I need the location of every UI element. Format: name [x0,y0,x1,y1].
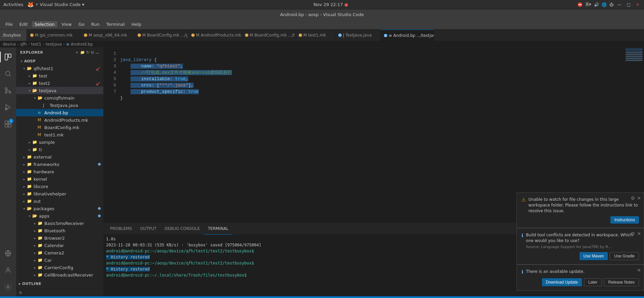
menu-file[interactable]: File [3,21,15,27]
tree-folder-camera2[interactable]: ▸ 📁 Camera2 [16,249,103,256]
more-actions-icon[interactable]: … [96,50,100,55]
tree-folder-external[interactable]: ▸ 📁 external [16,153,103,161]
tree-folder-test2[interactable]: ▸ 📁 test2 ↙ [16,79,103,87]
tree-folder-qfh-test1[interactable]: ▾ 📂 qfh/test1 ↙ [16,65,103,72]
tree-file-androidbp[interactable]: ≡ Android.bp [16,109,103,116]
panel-tab-output[interactable]: OUTPUT [136,223,161,235]
use-gradle-button[interactable]: Use Gradle [610,252,639,260]
menu-view[interactable]: View [59,21,75,27]
tree-folder-libnativehelper[interactable]: ▸ 📁 libnativehelper [16,190,103,197]
tree-folder-packages[interactable]: ▾ 📂 packages [16,205,103,212]
tree-folder-ti[interactable]: ▸ 📁 ti [16,146,103,153]
tree-folder-kernel[interactable]: ▸ 📁 kernel [16,175,103,183]
tree-label: com/qfh/main [44,96,75,101]
activity-debug[interactable] [0,99,16,115]
notification-gear-icon[interactable]: ⚙ [631,231,635,236]
activity-remote[interactable] [0,245,16,261]
folder-icon: 📁 [38,265,43,270]
menu-terminal[interactable]: Terminal [104,21,128,27]
lang-indicator[interactable]: 英▾ [585,2,591,7]
tree-folder-apps[interactable]: ▾ 📂 apps [16,212,103,220]
busybox-path[interactable]: /busybox [0,29,27,41]
new-folder-icon[interactable]: 📁 [80,50,85,55]
tree-file-test1mk[interactable]: M test1.mk [16,131,103,138]
tree-folder-cellbroadcastreceiver[interactable]: ▸ 📁 CellBroadcastReceiver [16,271,103,279]
tree-folder-out[interactable]: ▸ 📁 out [16,197,103,205]
activity-extensions[interactable]: 1 [0,116,16,132]
tree-folder-bluetooth[interactable]: ▸ 📁 Bluetooth [16,227,103,234]
activity-settings[interactable] [0,279,16,295]
tree-folder-libcore[interactable]: ▸ 📁 libcore [16,183,103,190]
tree-folder-browser2[interactable]: ▸ 📁 Browser2 [16,234,103,242]
mk-file-icon: M [38,132,43,137]
panel-tab-problems[interactable]: PROBLEMS [106,223,136,235]
tree-label: CellBroadcastReceiver [44,273,93,278]
download-update-button[interactable]: Download Update [542,278,582,286]
breadcrumb-part[interactable]: test1 [31,42,42,47]
tree-folder-sample[interactable]: ▸ 📁 sample [16,138,103,146]
network-icon[interactable]: 🌐 [602,2,607,7]
menu-run[interactable]: Run [89,21,102,27]
tree-file-testjava[interactable]: J TestJava.java [16,102,103,109]
tab-test1mk[interactable]: M test1.mk × [295,29,335,41]
instructions-button[interactable]: Instructions [610,216,639,224]
activities-label[interactable]: Activities [3,2,23,7]
system-bar-left: Activities 🦊 ⚡ Visual Studio Code ▾ [3,1,84,8]
tab-boardconfig-generic[interactable]: M BoardConfig.mk .../generic_x86_64 × [134,29,188,41]
window-maximize[interactable]: □ [626,2,632,7]
activity-explorer[interactable] [0,49,16,65]
panel-tab-debug[interactable]: DEBUG CONSOLE [160,223,204,235]
tree-section-outline[interactable]: ▸ OUTLINE [16,280,103,287]
tab-boardconfig-test1[interactable]: M BoardConfig.mk .../test1 × [242,29,295,41]
tab-aosp-x86[interactable]: M aosp_x86_64.mk × [81,29,134,41]
panel-tab-terminal[interactable]: TERMINAL [204,223,233,235]
tree-folder-car[interactable]: ▸ 📁 Car [16,256,103,264]
notification-gear-icon[interactable]: ⚙ [631,195,635,201]
tab-testjava[interactable]: J TestJava.java × [335,29,381,41]
tree-folder-carrierconfig[interactable]: ▸ 📁 CarrierConfig [16,264,103,271]
tab-gsi-common[interactable]: M gsi_common.mk × [27,29,81,41]
window-minimize[interactable]: — [616,2,623,7]
warning-icon: ⚠ [522,197,526,203]
menu-edit[interactable]: Edit [17,21,31,27]
tree-folder-calendar[interactable]: ▸ 📁 Calendar [16,242,103,249]
collapse-icon[interactable]: ⊟ [91,50,94,55]
tree-folder-frameworks[interactable]: ▸ 📁 frameworks [16,161,103,168]
folder-icon: 📁 [38,228,43,233]
menu-help[interactable]: Help [129,21,144,27]
tree-folder-basicsmsreceiver[interactable]: ▸ 📁 BasicSmsReceiver [16,220,103,227]
tree-root-aosp[interactable]: ▾ AOSP [16,57,103,65]
window-close[interactable]: ✕ [635,2,641,7]
tree-folder-com-qfh-main[interactable]: ▾ 📂 com/qfh/main [16,94,103,102]
tree-folder-test[interactable]: ▸ 📁 test [16,72,103,79]
use-maven-button[interactable]: Use Maven [580,252,608,260]
new-file-icon[interactable]: + [76,50,79,55]
refresh-icon[interactable]: ↻ [86,50,90,55]
terminal-highlighted-text: * History restored [106,267,150,272]
breadcrumb-part[interactable]: qfh [20,42,27,47]
activity-accounts[interactable] [0,262,16,278]
tab-androidproducts[interactable]: M AndroidProducts.mk .../test1 × [188,29,242,41]
activity-search[interactable] [0,66,16,82]
tree-file-androidproducts[interactable]: M AndroidProducts.mk [16,116,103,124]
activity-git[interactable] [0,82,16,99]
vscode-title[interactable]: ⚡ Visual Studio Code ▾ [35,2,84,7]
settings-icon[interactable]: ⚙ [19,291,22,295]
menu-selection[interactable]: Selection [32,21,57,27]
power-icon[interactable]: ⏻ [609,2,613,7]
tree-folder-testjava[interactable]: ▾ 📂 testjava [16,87,103,94]
tab-androidbp[interactable]: ≡ Android.bp .../testjava × ⊞ [381,29,434,41]
breadcrumb-part[interactable]: ≡ Android.bp [66,42,93,47]
breadcrumb-part[interactable]: device [3,42,16,47]
firefox-icon: 🦊 [27,1,34,8]
release-notes-button[interactable]: Release Notes [604,278,639,286]
tree-file-boardconfig[interactable]: M BoardConfig.mk [16,124,103,131]
menu-go[interactable]: Go [76,21,87,27]
breadcrumb-part[interactable]: testjava [46,42,62,47]
notification-close-icon[interactable]: ✕ [637,195,641,201]
notification-close-icon[interactable]: ✕ [637,231,641,236]
notification-close-icon[interactable]: ✕ [637,267,641,273]
later-button[interactable]: Later [584,278,602,286]
audio-icon[interactable]: 🔊 [594,2,599,7]
tree-folder-hardware[interactable]: ▸ 📁 hardware [16,168,103,175]
